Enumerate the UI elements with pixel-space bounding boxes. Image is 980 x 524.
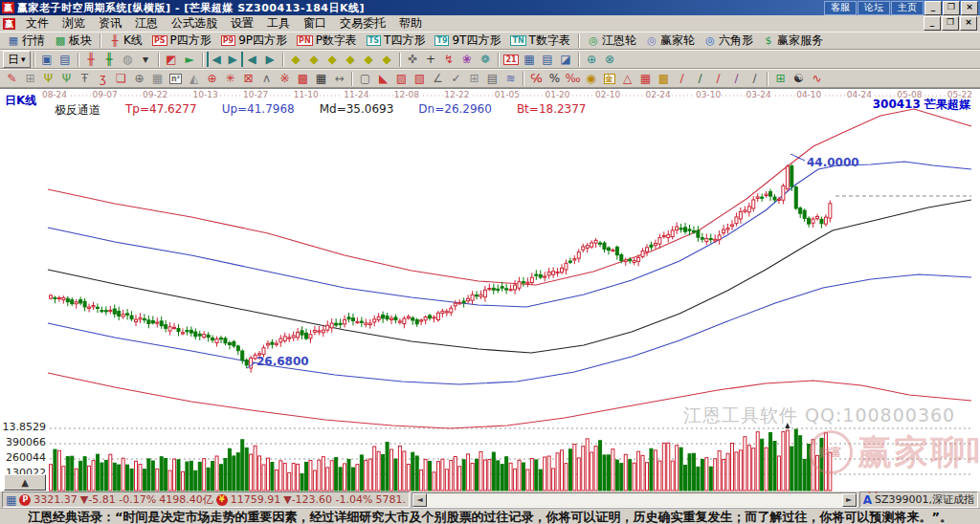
gann-fan-yellow-icon[interactable]: Ψ (39, 71, 57, 86)
scroll-left-button[interactable]: ◄ (412, 493, 427, 507)
banker-tool-icon[interactable]: ◩ (163, 52, 181, 67)
calculator-icon[interactable]: ▦ (521, 52, 539, 67)
box-x-tool-icon[interactable]: ⊠ (239, 71, 257, 86)
gann-angle-2-icon[interactable]: ∕ (691, 71, 709, 86)
minimize-button[interactable]: _ (924, 1, 942, 15)
child-restore-button[interactable]: ❐ (942, 16, 959, 31)
gann-angle-1-icon[interactable]: ∕ (673, 71, 691, 86)
menu-浏览[interactable]: 浏览 (56, 15, 92, 32)
angle-v-icon[interactable]: ʌ (257, 71, 276, 86)
gann-diamond-5-icon[interactable]: ◆ (360, 52, 378, 67)
winner-service-button[interactable]: $赢家服务 (758, 33, 828, 49)
t-square-button[interactable]: TST四方形 (362, 33, 431, 49)
black-grid-icon[interactable]: ▦ (312, 71, 330, 86)
p-square-button[interactable]: PSP四方形 (147, 33, 216, 49)
reference-icon[interactable]: ※ (276, 71, 294, 86)
index-panel[interactable]: ▦ P 3321.37 ▼-5.81 -0.17% 4198.40亿 ¥ 117… (2, 491, 410, 508)
menu-资讯[interactable]: 资讯 (92, 15, 128, 32)
prev-bar-icon[interactable]: ◀ (243, 52, 261, 67)
collapse-volume-button[interactable]: ▲ (4, 474, 46, 491)
gann-wheel-button[interactable]: ◎江恩轮 (583, 33, 641, 49)
candle-arrow-icon[interactable]: △ (618, 71, 636, 86)
notepad-icon[interactable]: ▤ (539, 52, 557, 67)
net-download-icon[interactable]: ⊗ (601, 52, 619, 67)
t-square-tool-icon[interactable]: Ŧ (76, 71, 94, 86)
9p-square-button[interactable]: P99P四方形 (216, 33, 292, 49)
calendar-icon[interactable]: 21 (502, 52, 521, 67)
menu-江恩[interactable]: 江恩 (128, 15, 165, 32)
n-square-icon[interactable]: n² (167, 71, 185, 86)
quote-panel-icon[interactable]: ▤ (56, 52, 75, 67)
menu-文件[interactable]: 文件 (19, 15, 56, 32)
fill-box2-icon[interactable]: ▧ (411, 71, 429, 86)
circle-cross-icon[interactable]: ⊕ (130, 71, 148, 86)
gann-diamond-2-icon[interactable]: ◆ (305, 52, 323, 67)
angle-tool-icon[interactable]: ∠ (429, 71, 447, 86)
chart-area[interactable]: 日K线 08-2409-0709-2210-1310-2711-1011-241… (0, 88, 980, 491)
first-page-icon[interactable]: ◀ (207, 52, 225, 67)
fine-grid-icon[interactable]: ▦ (148, 71, 167, 86)
gold-grid-icon[interactable]: ▩ (655, 71, 673, 86)
gann-diamond-4-icon[interactable]: ◆ (342, 52, 360, 67)
gann-tool-purple-icon[interactable]: ❀ (458, 52, 477, 67)
sectors-button[interactable]: ▩板块 (50, 33, 97, 49)
wave-icon[interactable]: ∿ (808, 71, 826, 86)
child-close-button[interactable]: × (960, 16, 977, 31)
select-box-icon[interactable]: ▢ (356, 71, 374, 86)
asterisk-tool-icon[interactable]: ✳ (221, 71, 239, 86)
chart-scrollbar[interactable]: ◄ ► (412, 492, 858, 508)
forum-link[interactable]: 论坛 (858, 1, 890, 15)
crosshair-icon[interactable]: + (422, 52, 440, 67)
gold-circle-icon[interactable]: ◉ (582, 71, 600, 86)
menu-公式选股[interactable]: 公式选股 (165, 15, 224, 32)
menu-交易委托[interactable]: 交易委托 (333, 15, 392, 32)
kline-style-red-icon[interactable]: ╫ (82, 52, 100, 67)
menu-设置[interactable]: 设置 (224, 15, 260, 32)
percent-icon[interactable]: % (546, 71, 564, 86)
gold-section-icon[interactable]: 金 (600, 71, 618, 86)
child-minimize-button[interactable]: _ (924, 16, 941, 31)
grid-hash-icon[interactable]: ⊞ (21, 71, 39, 86)
capsule-period-icon[interactable]: ◍ (119, 52, 137, 67)
p-number-table-button[interactable]: PNP数字表 (292, 33, 362, 49)
waves-icon[interactable]: ≋ (501, 71, 520, 86)
fan-red-icon[interactable]: ◣ (374, 71, 392, 86)
pen-tool-icon[interactable]: ✎ (3, 71, 21, 86)
gann-diamond-1-icon[interactable]: ◆ (287, 52, 305, 67)
lines-icon[interactable]: ▤ (483, 71, 501, 86)
yin-yang-icon[interactable]: ☯ (790, 71, 808, 86)
save-icon[interactable]: ◪ (557, 52, 575, 67)
current-stock-panel[interactable]: A SZ399001,深证成指 (859, 491, 978, 508)
check-tool-icon[interactable]: ✓ (447, 71, 465, 86)
permille-icon[interactable]: ‰ (564, 71, 582, 86)
kline-button[interactable]: ╫K线 (104, 33, 147, 49)
flag-draw-icon[interactable]: ❏ (112, 71, 130, 86)
close-button[interactable]: × (961, 1, 978, 15)
red-grid-icon[interactable]: ▩ (294, 71, 312, 86)
hexagon-button[interactable]: ◎六角形 (700, 33, 758, 49)
period-dropdown[interactable]: 日 ▾ (3, 51, 31, 68)
restore-button[interactable]: ❐ (943, 1, 960, 15)
gann-fan-green-icon[interactable]: Ψ (57, 71, 76, 86)
gann-angle-5-icon[interactable]: ∕ (746, 71, 764, 86)
last-page-icon[interactable]: ▶ (225, 52, 243, 67)
support-link[interactable]: 客服 (824, 1, 857, 15)
winner-wheel-button[interactable]: ◎赢家轮 (641, 33, 700, 49)
9t-square-button[interactable]: T99T四方形 (430, 33, 505, 49)
hand-tool-icon[interactable]: ✜ (404, 52, 422, 67)
percent-a-icon[interactable]: ℅ (527, 71, 546, 86)
fill-box-icon[interactable]: ▨ (392, 71, 411, 86)
scroll-right-button[interactable]: ► (842, 493, 857, 507)
menu-工具[interactable]: 工具 (260, 15, 297, 32)
homepage-link[interactable]: 主页 (891, 1, 924, 15)
spiral-tool-icon[interactable]: ʒ (94, 71, 112, 86)
cone-tool-icon[interactable]: ◭ (185, 71, 203, 86)
next-bar-icon[interactable]: ▶ (261, 52, 279, 67)
gann-angle-3-icon[interactable]: ∕ (709, 71, 727, 86)
menu-帮助[interactable]: 帮助 (392, 15, 429, 32)
play-flag-icon[interactable]: ► (181, 52, 199, 67)
gann-tool-teal-icon[interactable]: ❁ (477, 52, 495, 67)
gann-angle-4-icon[interactable]: ∕ (727, 71, 746, 86)
window-layout-icon[interactable]: ▣ (38, 52, 56, 67)
gann-diamond-3-icon[interactable]: ◆ (323, 52, 342, 67)
